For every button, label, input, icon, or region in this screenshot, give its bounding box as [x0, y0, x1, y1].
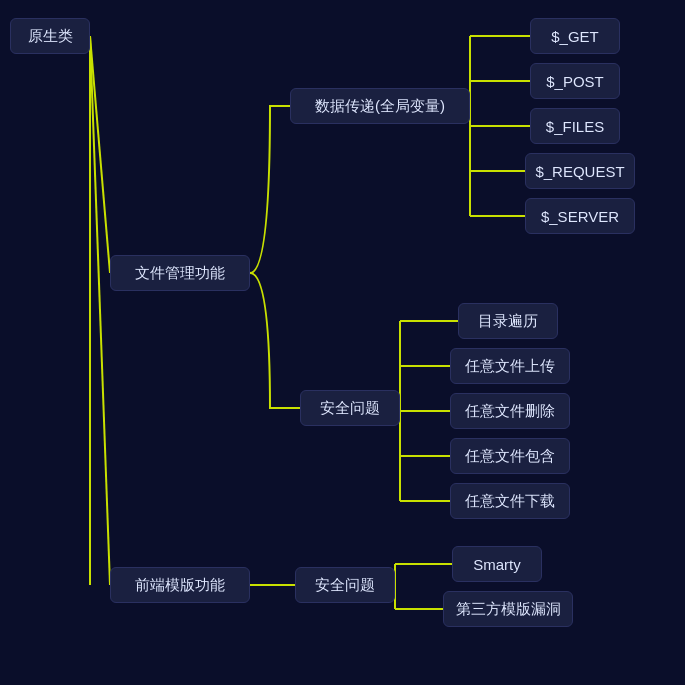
node-get: $_GET	[530, 18, 620, 54]
node-front-template: 前端模版功能	[110, 567, 250, 603]
node-file-include: 任意文件包含	[450, 438, 570, 474]
node-root: 原生类	[10, 18, 90, 54]
node-files: $_FILES	[530, 108, 620, 144]
node-file-upload: 任意文件上传	[450, 348, 570, 384]
node-smarty: Smarty	[452, 546, 542, 582]
node-third-party: 第三方模版漏洞	[443, 591, 573, 627]
node-file-download: 任意文件下载	[450, 483, 570, 519]
node-security2: 安全问题	[295, 567, 395, 603]
mind-map: 原生类 文件管理功能 数据传递(全局变量) $_GET $_POST $_FIL…	[0, 0, 685, 685]
node-file-delete: 任意文件删除	[450, 393, 570, 429]
node-dir-traversal: 目录遍历	[458, 303, 558, 339]
node-security1: 安全问题	[300, 390, 400, 426]
node-file-manage: 文件管理功能	[110, 255, 250, 291]
node-post: $_POST	[530, 63, 620, 99]
node-server: $_SERVER	[525, 198, 635, 234]
node-request: $_REQUEST	[525, 153, 635, 189]
node-data-transfer: 数据传递(全局变量)	[290, 88, 470, 124]
